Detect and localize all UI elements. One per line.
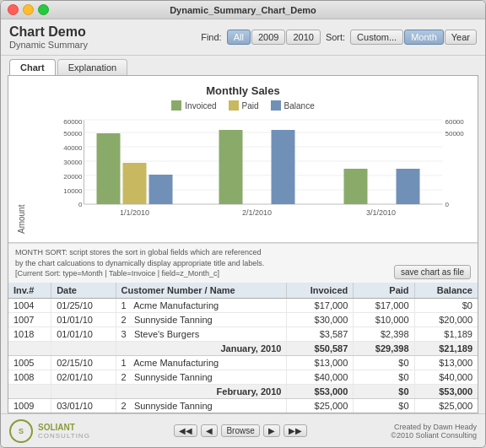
subtotal-empty1 [8, 384, 51, 398]
cell-customer: 2 Sunnyside Tanning [116, 370, 287, 384]
nav-last-button[interactable]: ▶▶ [284, 424, 307, 437]
cell-date: 02/15/10 [51, 355, 116, 370]
close-button[interactable] [8, 4, 19, 15]
table-header-row: Inv.# Date Customer Number / Name Invoic… [8, 283, 478, 299]
cell-inv: 1008 [8, 370, 51, 384]
legend-balance-color [271, 100, 281, 111]
tab-bar: Chart Explanation [1, 56, 485, 75]
cell-paid: $0 [354, 370, 414, 384]
cell-paid: $0 [354, 398, 414, 413]
cell-date: 03/01/10 [51, 398, 116, 413]
cell-invoiced: $25,000 [287, 398, 354, 413]
cell-balance: $0 [414, 298, 478, 312]
table-row: January, 2010 $50,587 $29,398 $21,189 [8, 341, 478, 355]
svg-text:2/1/2010: 2/1/2010 [242, 208, 272, 217]
col-customer: Customer Number / Name [116, 283, 287, 299]
chart-legend: Invoiced Paid Balance [17, 100, 469, 111]
cell-invoiced: $3,587 [287, 327, 354, 341]
cell-invoiced: $13,000 [287, 355, 354, 370]
legend-invoiced: Invoiced [171, 100, 216, 111]
bar-jan-invoiced [97, 133, 121, 204]
invoice-table: Inv.# Date Customer Number / Name Invoic… [8, 283, 478, 413]
subtotal-empty2 [51, 384, 116, 398]
title-bar: Dynamic_Summary_Chart_Demo [1, 1, 485, 19]
find-2009-button[interactable]: 2009 [251, 30, 285, 45]
cell-inv: 1009 [8, 398, 51, 413]
cell-balance: $25,000 [414, 398, 478, 413]
bar-jan-paid [123, 163, 147, 204]
nav-prev-button[interactable]: ◀ [201, 424, 218, 437]
nav-first-button[interactable]: ◀◀ [174, 424, 197, 437]
tab-explanation[interactable]: Explanation [57, 59, 128, 75]
table-row: 1018 01/01/10 3 Steve's Burgers $3,587 $… [8, 327, 478, 341]
cell-date: 01/01/10 [51, 327, 116, 341]
cell-inv: 1004 [8, 298, 51, 312]
footer-nav: ◀◀ ◀ Browse ▶ ▶▶ [174, 424, 306, 437]
col-inv: Inv.# [8, 283, 51, 299]
sort-year-button[interactable]: Year [445, 30, 477, 45]
logo-icon: S [9, 419, 33, 443]
cell-date: 01/25/10 [51, 298, 116, 312]
sort-button-group: Custom... Month Year [350, 30, 477, 45]
chart-note-line1: MONTH SORT: script stores the sort in gl… [15, 247, 387, 258]
svg-text:60000: 60000 [446, 118, 465, 126]
cell-paid: $2,398 [354, 327, 414, 341]
minimize-button[interactable] [23, 4, 34, 15]
subtotal-paid: $0 [354, 384, 414, 398]
header-titles: Chart Demo Dynamic Summary [9, 24, 88, 50]
cell-balance: $20,000 [414, 312, 478, 327]
chart-note-line2: by the chart calcuations to dynamically … [15, 258, 387, 269]
sort-month-button[interactable]: Month [404, 30, 444, 45]
tab-chart[interactable]: Chart [9, 59, 56, 75]
svg-text:0: 0 [446, 201, 450, 208]
subtotal-empty2 [51, 341, 116, 355]
legend-paid-label: Paid [242, 101, 259, 111]
window-title: Dynamic_Summary_Chart_Demo [170, 5, 316, 15]
content-panel: Monthly Sales Invoiced Paid Balance Amou… [8, 75, 478, 413]
subtotal-label: February, 2010 [116, 384, 287, 398]
cell-invoiced: $40,000 [287, 370, 354, 384]
chart-note: MONTH SORT: script stores the sort in gl… [8, 243, 478, 283]
footer-logo: S SOLIANT CONSULTING [9, 419, 90, 443]
sort-custom-button[interactable]: Custom... [350, 30, 403, 45]
browse-button[interactable]: Browse [221, 424, 259, 437]
cell-customer: 3 Steve's Burgers [116, 327, 287, 341]
y-axis-label: Amount [17, 116, 26, 234]
chart-note-text: MONTH SORT: script stores the sort in gl… [15, 247, 387, 279]
table-row: 1004 01/25/10 1 Acme Manufacturing $17,0… [8, 298, 478, 312]
legend-balance: Balance [271, 100, 315, 111]
sort-label: Sort: [326, 32, 345, 42]
col-invoiced: Invoiced [287, 283, 354, 299]
subtotal-label: January, 2010 [116, 341, 287, 355]
nav-next-button[interactable]: ▶ [263, 424, 280, 437]
find-all-button[interactable]: All [227, 30, 251, 45]
logo-text: SOLIANT CONSULTING [38, 423, 90, 440]
svg-text:3/1/2010: 3/1/2010 [366, 208, 396, 217]
cell-invoiced: $17,000 [287, 298, 354, 312]
table-body: 1004 01/25/10 1 Acme Manufacturing $17,0… [8, 298, 478, 413]
bar-feb-invoiced [219, 130, 243, 204]
svg-text:20000: 20000 [63, 173, 83, 181]
svg-text:60000: 60000 [63, 118, 83, 126]
bar-feb-balance [272, 130, 295, 204]
data-table-area[interactable]: Inv.# Date Customer Number / Name Invoic… [8, 283, 478, 413]
legend-paid-color [229, 100, 239, 111]
find-2010-button[interactable]: 2010 [286, 30, 320, 45]
svg-text:0: 0 [78, 201, 83, 208]
cell-balance: $1,189 [414, 327, 478, 341]
copyright-line1: Created by Dawn Heady [391, 423, 477, 431]
maximize-button[interactable] [38, 4, 49, 15]
find-label: Find: [201, 32, 221, 42]
main-window: Dynamic_Summary_Chart_Demo Chart Demo Dy… [0, 0, 486, 448]
bar-mar-balance [397, 169, 420, 204]
app-header: Chart Demo Dynamic Summary Find: All 200… [1, 19, 485, 56]
save-chart-button[interactable]: save chart as file [394, 265, 471, 279]
legend-invoiced-color [171, 100, 181, 111]
cell-paid: $10,000 [354, 312, 414, 327]
col-paid: Paid [354, 283, 414, 299]
col-balance: Balance [414, 283, 478, 299]
cell-invoiced: $30,000 [287, 312, 354, 327]
footer-copyright: Created by Dawn Heady ©2010 Soliant Cons… [391, 423, 477, 440]
cell-date: 01/01/10 [51, 312, 116, 327]
svg-text:30000: 30000 [63, 159, 83, 166]
